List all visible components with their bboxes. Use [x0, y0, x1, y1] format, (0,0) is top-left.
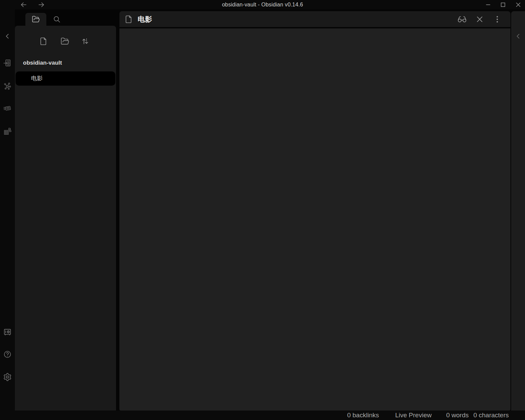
tab-search[interactable] — [46, 13, 67, 26]
maximize-button[interactable] — [498, 1, 508, 9]
new-folder-icon — [61, 37, 69, 46]
close-icon — [475, 15, 484, 24]
new-file-icon — [39, 37, 48, 46]
close-tab-button[interactable] — [475, 14, 485, 24]
character-count: 0 characters — [473, 412, 509, 419]
go-to-file-icon — [3, 59, 12, 67]
tab-file-explorer[interactable] — [25, 13, 46, 26]
question-circle-icon — [3, 350, 12, 359]
gear-icon — [3, 373, 12, 381]
collapse-left-sidebar-button[interactable] — [3, 32, 12, 41]
sort-order-button[interactable] — [80, 36, 91, 47]
minimize-button[interactable] — [483, 1, 494, 9]
grid-blocks-icon — [3, 127, 12, 136]
left-ribbon — [0, 9, 15, 411]
vault-name[interactable]: obsidian-vault — [23, 60, 62, 66]
sort-arrows-icon — [81, 37, 90, 46]
window-close-button[interactable] — [513, 1, 524, 9]
help-button[interactable] — [3, 350, 12, 359]
search-icon — [53, 15, 61, 23]
file-tree-item-selected[interactable]: 电影 — [16, 71, 115, 86]
explorer-toolbar — [15, 36, 116, 47]
vault-icon — [3, 328, 12, 336]
new-note-button[interactable] — [38, 36, 49, 47]
right-sidebar-collapsed — [511, 11, 525, 411]
settings-button[interactable] — [3, 373, 12, 381]
folder-icon — [32, 15, 40, 23]
new-folder-button[interactable] — [60, 36, 70, 47]
blocks-grid-button[interactable] — [3, 127, 12, 136]
more-options-button[interactable] — [492, 14, 502, 24]
card-speed-icon — [3, 104, 12, 113]
glasses-icon — [457, 15, 467, 24]
reading-view-button[interactable] — [457, 14, 467, 24]
editor-tab-header: 电影 — [119, 11, 510, 27]
title-bar: obsidian-vault - Obsidian v0.14.6 — [0, 0, 525, 9]
close-icon — [515, 1, 522, 8]
editor-mode-toggle[interactable]: Live Preview — [395, 412, 432, 419]
graph-icon — [3, 82, 12, 90]
fast-card-button[interactable] — [3, 104, 12, 113]
more-vertical-icon — [493, 15, 502, 24]
editor-pane: 电影 — [119, 11, 510, 411]
quick-switcher-button[interactable] — [3, 59, 12, 67]
chevron-left-icon — [3, 32, 12, 40]
editor-content[interactable] — [119, 28, 510, 411]
maximize-icon — [499, 1, 507, 8]
chevron-left-icon — [514, 32, 522, 40]
word-count: 0 words — [446, 412, 469, 419]
document-icon — [124, 15, 133, 24]
window-title: obsidian-vault - Obsidian v0.14.6 — [0, 0, 525, 9]
backlinks-count[interactable]: 0 backlinks — [347, 412, 379, 419]
expand-right-sidebar-button[interactable] — [514, 32, 523, 41]
graph-view-button[interactable] — [3, 82, 12, 90]
file-explorer-panel: obsidian-vault 电影 — [15, 26, 116, 411]
open-vault-button[interactable] — [3, 328, 12, 336]
note-title: 电影 — [138, 15, 152, 24]
minimize-icon — [484, 1, 492, 8]
status-bar: 0 backlinks Live Preview 0 words 0 chara… — [0, 411, 525, 420]
